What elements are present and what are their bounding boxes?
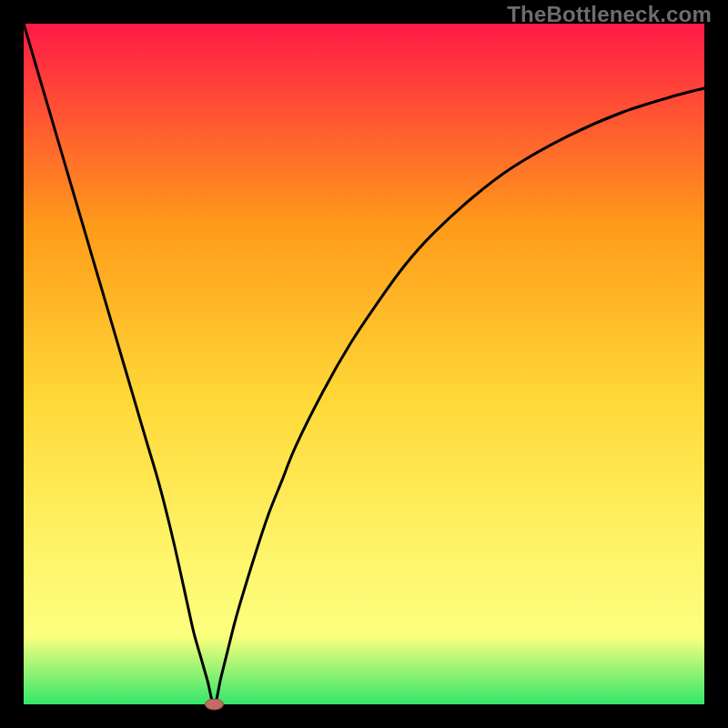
- plot-area: [24, 24, 704, 704]
- bottleneck-chart: [0, 0, 728, 728]
- chart-container: { "watermark": "TheBottleneck.com", "col…: [0, 0, 728, 728]
- watermark: TheBottleneck.com: [507, 2, 712, 27]
- bottleneck-marker: [205, 699, 223, 710]
